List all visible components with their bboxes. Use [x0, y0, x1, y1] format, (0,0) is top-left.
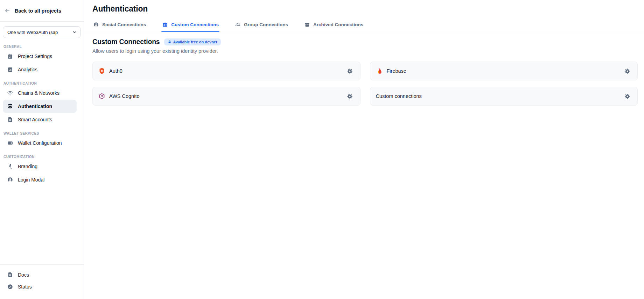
user-circle-icon [7, 177, 13, 183]
sidebar-item-docs[interactable]: Docs [3, 269, 77, 281]
tab-archived-connections[interactable]: Archived Connections [303, 19, 364, 32]
card-auth0[interactable]: Auth0 [92, 62, 360, 80]
tab-label: Archived Connections [313, 22, 363, 27]
sidebar: Back to all projects One with Web3Auth (… [0, 0, 84, 299]
card-label: AWS Cognito [109, 93, 342, 99]
project-selector-dropdown[interactable]: One with Web3Auth (sap [3, 26, 81, 38]
sidebar-item-authentication[interactable]: Authentication [3, 100, 77, 113]
sidebar-item-smart-accounts[interactable]: Smart Accounts [3, 113, 77, 126]
section-label-authentication: Authentication [4, 81, 80, 85]
sidebar-item-wallet-configuration[interactable]: Wallet Configuration [3, 136, 77, 150]
back-to-projects-link[interactable]: Back to all projects [0, 0, 84, 22]
sidebar-item-label: Project Settings [18, 54, 52, 59]
devnet-badge: Available free on devnet [164, 38, 221, 45]
sidebar-item-label: Branding [18, 164, 37, 169]
sidebar-item-chains-networks[interactable]: Chains & Networks [3, 86, 77, 100]
sidebar-item-label: Smart Accounts [18, 117, 52, 122]
sidebar-item-label: Chains & Networks [18, 90, 59, 96]
tab-custom-connections[interactable]: Custom Connections [161, 19, 219, 32]
sidebar-item-branding[interactable]: Branding [3, 160, 77, 173]
sidebar-footer: Docs Status [0, 264, 84, 299]
sidebar-item-status[interactable]: Status [3, 281, 77, 293]
archive-icon [304, 22, 310, 28]
sidebar-item-label: Wallet Configuration [18, 140, 62, 146]
card-firebase[interactable]: Firebase [370, 62, 638, 80]
brush-icon [7, 163, 13, 170]
sidebar-item-project-settings[interactable]: Project Settings [3, 50, 77, 63]
sidebar-item-label: Docs [18, 272, 29, 278]
page-title: Authentication [84, 0, 644, 14]
tabs-bar: Social Connections Custom Connections Gr… [84, 19, 644, 32]
app-window: Back to all projects One with Web3Auth (… [0, 0, 644, 299]
aws-cognito-logo [98, 93, 105, 100]
section-label-wallet-services: Wallet Services [4, 131, 80, 135]
chevron-down-icon [72, 30, 77, 35]
file-icon [7, 116, 13, 123]
clipboard-icon [7, 53, 13, 59]
back-arrow-icon [4, 8, 10, 14]
wifi-icon [7, 90, 13, 96]
card-label: Custom connections [376, 93, 619, 99]
project-selector-value: One with Web3Auth (sap [7, 30, 70, 35]
tab-label: Group Connections [244, 22, 288, 27]
devnet-badge-label: Available free on devnet [173, 40, 217, 44]
gear-icon[interactable] [623, 92, 632, 101]
section-title: Custom Connections [92, 38, 160, 46]
main-content: Authentication Social Connections Custom… [84, 0, 644, 299]
auth0-logo [98, 67, 105, 74]
card-label: Auth0 [109, 68, 342, 74]
sidebar-item-analytics[interactable]: Analytics [3, 63, 77, 76]
tab-label: Social Connections [102, 22, 146, 27]
section-description: Allow users to login using your existing… [92, 48, 638, 54]
gear-icon[interactable] [345, 92, 355, 101]
sidebar-item-label: Analytics [18, 67, 37, 72]
gear-icon[interactable] [345, 66, 355, 76]
sidebar-item-label: Authentication [18, 104, 52, 109]
back-label: Back to all projects [15, 8, 61, 14]
section-label-general: General [4, 45, 80, 49]
people-group-icon [235, 22, 241, 28]
check-circle-icon [7, 284, 13, 290]
gear-icon[interactable] [623, 66, 632, 76]
firebase-logo [376, 67, 383, 74]
database-icon [7, 103, 13, 109]
id-badge-icon [162, 22, 168, 28]
section-label-customization: Customization [4, 155, 80, 159]
card-label: Firebase [387, 68, 619, 74]
tab-social-connections[interactable]: Social Connections [92, 19, 147, 32]
sidebar-nav: General Project Settings Analytics Authe… [0, 40, 84, 264]
sidebar-item-login-modal[interactable]: Login Modal [3, 173, 77, 186]
lock-icon [168, 40, 172, 44]
tab-label: Custom Connections [171, 22, 219, 27]
card-aws-cognito[interactable]: AWS Cognito [92, 87, 360, 106]
custom-connections-panel: Custom Connections Available free on dev… [84, 32, 644, 106]
docs-icon [7, 272, 13, 278]
analytics-icon [7, 66, 13, 73]
person-circle-icon [93, 22, 99, 28]
sidebar-item-label: Login Modal [18, 177, 44, 183]
tab-group-connections[interactable]: Group Connections [234, 19, 289, 32]
sidebar-item-label: Status [18, 284, 32, 290]
wallet-icon [7, 140, 13, 146]
card-custom-connections[interactable]: Custom connections [370, 87, 638, 106]
connections-grid: Auth0 Firebase [92, 62, 638, 106]
